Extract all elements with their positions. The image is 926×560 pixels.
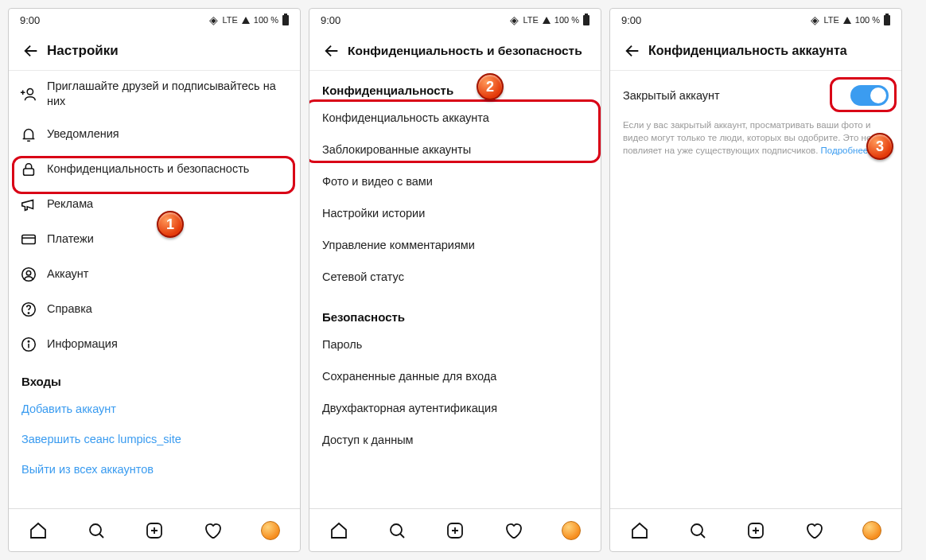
private-account-toggle[interactable] xyxy=(850,85,889,106)
nav-add[interactable] xyxy=(137,513,172,548)
content-area: Закрытый аккаунт Если у вас закрытый акк… xyxy=(610,71,901,508)
info-icon xyxy=(20,336,47,353)
battery-icon xyxy=(884,15,890,25)
row-data-access[interactable]: Доступ к данным xyxy=(309,424,601,456)
nav-search[interactable] xyxy=(680,513,715,548)
svg-point-4 xyxy=(26,270,31,275)
nav-activity[interactable] xyxy=(496,513,531,548)
row-saved-login[interactable]: Сохраненные данные для входа xyxy=(309,360,601,392)
avatar-icon xyxy=(862,521,881,540)
wifi-icon: ◈ xyxy=(510,14,519,26)
nav-search[interactable] xyxy=(79,513,114,548)
lock-icon xyxy=(20,161,47,178)
phone-screen-privacy: 9:00 ◈ LTE 100 % Конфиденциальность и бе… xyxy=(309,8,601,552)
back-button[interactable] xyxy=(15,35,47,67)
network-label: LTE xyxy=(523,15,538,25)
avatar-icon xyxy=(562,521,581,540)
status-time: 9:00 xyxy=(621,14,641,26)
header: Настройки xyxy=(9,31,300,71)
row-invite-friends[interactable]: Приглашайте друзей и подписывайтесь на н… xyxy=(9,71,300,117)
row-label: Реклама xyxy=(47,196,287,212)
link-logout-all[interactable]: Выйти из всех аккаунтов xyxy=(9,453,300,484)
network-label: LTE xyxy=(222,15,237,25)
row-account[interactable]: Аккаунт xyxy=(9,257,300,292)
status-bar: 9:00 ◈ LTE 100 % xyxy=(610,9,901,31)
battery-label: 100 % xyxy=(855,15,880,25)
bottom-nav xyxy=(9,508,300,551)
battery-icon xyxy=(282,15,289,25)
back-button[interactable] xyxy=(316,35,348,67)
row-story-settings[interactable]: Настройки истории xyxy=(309,197,601,229)
link-logout-user[interactable]: Завершить сеанс lumpics_site xyxy=(9,423,300,453)
svg-point-0 xyxy=(27,88,33,94)
status-time: 9:00 xyxy=(20,14,40,26)
user-icon xyxy=(20,266,47,283)
row-comments[interactable]: Управление комментариями xyxy=(309,229,601,261)
row-private-account: Закрытый аккаунт xyxy=(610,71,901,115)
back-button[interactable] xyxy=(617,35,648,67)
row-label: Уведомления xyxy=(47,126,287,142)
status-bar: 9:00 ◈ LTE 100 % xyxy=(309,9,601,31)
battery-icon xyxy=(583,15,589,25)
add-user-icon xyxy=(20,85,47,103)
row-label: Платежи xyxy=(47,231,287,247)
wifi-icon: ◈ xyxy=(811,14,819,26)
row-activity-status[interactable]: Сетевой статус xyxy=(309,261,601,293)
nav-add[interactable] xyxy=(738,513,773,548)
nav-profile[interactable] xyxy=(554,513,589,548)
bell-icon xyxy=(20,126,47,143)
svg-point-13 xyxy=(691,524,702,535)
row-photos-you[interactable]: Фото и видео с вами xyxy=(309,165,601,197)
status-right: ◈ LTE 100 % xyxy=(811,14,890,26)
row-2fa[interactable]: Двухфакторная аутентификация xyxy=(309,392,601,424)
status-right: ◈ LTE 100 % xyxy=(510,14,589,26)
status-right: ◈ LTE 100 % xyxy=(209,14,289,26)
battery-label: 100 % xyxy=(254,15,278,25)
row-notifications[interactable]: Уведомления xyxy=(9,117,300,152)
svg-rect-1 xyxy=(24,169,34,175)
row-help[interactable]: Справка xyxy=(9,292,300,327)
status-bar: 9:00 ◈ LTE 100 % xyxy=(9,9,300,31)
section-logins: Входы xyxy=(9,362,300,393)
page-title: Настройки xyxy=(47,43,119,59)
content-area: Конфиденциальность Конфиденциальность ак… xyxy=(309,71,601,508)
bottom-nav xyxy=(309,508,601,551)
header: Конфиденциальность аккаунта xyxy=(610,31,901,71)
row-label: Справка xyxy=(47,301,287,317)
section-security: Безопасность xyxy=(309,293,601,329)
row-ads[interactable]: Реклама xyxy=(9,187,300,222)
status-time: 9:00 xyxy=(321,14,340,26)
row-account-privacy[interactable]: Конфиденциальность аккаунта xyxy=(309,102,601,134)
nav-profile[interactable] xyxy=(854,513,889,548)
row-payments[interactable]: Платежи xyxy=(9,222,300,257)
signal-icon xyxy=(843,17,851,24)
nav-home[interactable] xyxy=(21,513,56,548)
wifi-icon: ◈ xyxy=(209,14,218,26)
svg-point-9 xyxy=(90,524,101,535)
header: Конфиденциальность и безопасность xyxy=(309,31,601,71)
row-password[interactable]: Пароль xyxy=(309,329,601,360)
row-blocked[interactable]: Заблокированные аккаунты xyxy=(309,134,601,165)
nav-home[interactable] xyxy=(321,513,356,548)
page-title: Конфиденциальность аккаунта xyxy=(648,44,847,58)
row-privacy-security[interactable]: Конфиденциальность и безопасность xyxy=(9,152,300,187)
row-info[interactable]: Информация xyxy=(9,327,300,362)
signal-icon xyxy=(242,17,250,24)
section-privacy: Конфиденциальность xyxy=(309,71,601,102)
link-add-account[interactable]: Добавить аккаунт xyxy=(9,393,300,423)
network-label: LTE xyxy=(823,15,838,25)
row-label: Аккаунт xyxy=(47,266,287,282)
help-icon xyxy=(20,301,47,318)
nav-activity[interactable] xyxy=(796,513,831,548)
nav-home[interactable] xyxy=(622,513,657,548)
nav-profile[interactable] xyxy=(253,513,288,548)
toggle-label: Закрытый аккаунт xyxy=(623,89,720,102)
phone-screen-account-privacy: 9:00 ◈ LTE 100 % Конфиденциальность акка… xyxy=(609,8,902,552)
signal-icon xyxy=(543,17,551,24)
nav-activity[interactable] xyxy=(195,513,230,548)
learn-more-link[interactable]: Подробнее xyxy=(821,146,869,155)
nav-search[interactable] xyxy=(379,513,414,548)
nav-add[interactable] xyxy=(438,513,473,548)
row-label: Приглашайте друзей и подписывайтесь на н… xyxy=(47,79,287,109)
megaphone-icon xyxy=(20,196,47,213)
